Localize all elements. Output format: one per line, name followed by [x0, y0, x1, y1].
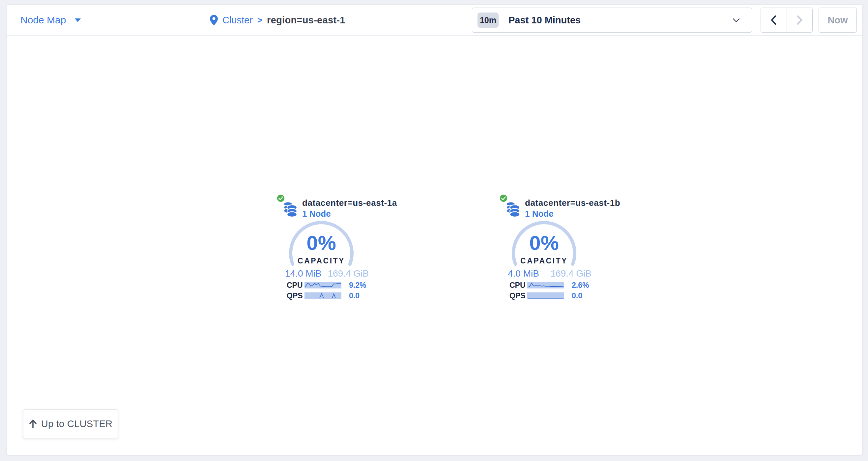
view-switcher-dropdown[interactable]: Node Map [21, 5, 81, 36]
datacenter-node-count: 1 Node [302, 209, 331, 219]
caret-down-icon [75, 19, 81, 22]
cpu-metric-row: CPU 9.2% [287, 282, 369, 289]
breadcrumb-current-region: region=us-east-1 [267, 15, 345, 26]
qps-label: QPS [509, 291, 527, 300]
qps-metric-row: QPS 0.0 [287, 292, 369, 299]
chevron-right-icon [796, 15, 803, 25]
database-stack-icon [506, 201, 520, 217]
chevron-left-icon [770, 15, 777, 25]
up-to-cluster-button[interactable]: Up to CLUSTER [23, 409, 118, 438]
cpu-value: 2.6% [572, 281, 589, 290]
capacity-percent: 0% [509, 233, 579, 253]
now-button[interactable]: Now [818, 7, 857, 33]
time-next-button[interactable] [786, 8, 813, 32]
arrow-up-icon [29, 419, 37, 428]
breadcrumb-separator: > [257, 15, 262, 25]
time-range-badge: 10m [477, 12, 499, 28]
time-prev-button[interactable] [761, 8, 786, 32]
cpu-metric-row: CPU 2.6% [509, 282, 592, 289]
cpu-sparkline [305, 282, 341, 289]
cpu-value: 9.2% [349, 281, 366, 290]
cpu-sparkline [527, 282, 564, 289]
qps-sparkline [527, 292, 564, 299]
qps-value: 0.0 [572, 291, 582, 300]
header-divider [457, 7, 457, 33]
datacenter-node-count: 1 Node [525, 209, 554, 219]
view-switcher-label: Node Map [21, 14, 66, 26]
time-step-buttons [761, 7, 813, 33]
qps-label: QPS [287, 291, 305, 300]
capacity-used: 4.0 MiB [508, 268, 539, 279]
time-range-select[interactable]: 10m Past 10 Minutes [472, 7, 752, 33]
chevron-down-icon [733, 18, 740, 23]
capacity-values: 4.0 MiB 169.4 GiB [508, 268, 591, 279]
qps-metric-row: QPS 0.0 [509, 292, 592, 299]
capacity-caption: CAPACITY [509, 257, 579, 265]
datacenter-title: datacenter=us-east-1b [525, 198, 620, 208]
breadcrumb-cluster-link[interactable]: Cluster [222, 15, 253, 26]
datacenter-title: datacenter=us-east-1a [302, 198, 397, 208]
capacity-total: 169.4 GiB [550, 268, 591, 279]
header-bar: Node Map Cluster > region=us-east-1 10m … [7, 5, 862, 36]
breadcrumb: Cluster > region=us-east-1 [210, 5, 345, 36]
map-pin-icon [210, 15, 218, 25]
cpu-label: CPU [287, 281, 305, 290]
qps-sparkline [305, 292, 341, 299]
datacenter-card-us-east-1a[interactable]: datacenter=us-east-1a 1 Node 0% CAPACITY… [277, 194, 376, 306]
capacity-values: 14.0 MiB 169.4 GiB [285, 268, 369, 279]
cpu-label: CPU [509, 281, 527, 290]
up-to-cluster-label: Up to CLUSTER [41, 419, 113, 429]
capacity-caption: CAPACITY [287, 257, 356, 265]
capacity-used: 14.0 MiB [285, 268, 322, 279]
capacity-total: 169.4 GiB [328, 268, 369, 279]
database-stack-icon [283, 201, 298, 217]
time-range-label: Past 10 Minutes [508, 15, 581, 26]
qps-value: 0.0 [349, 291, 360, 300]
capacity-percent: 0% [287, 233, 356, 253]
node-map-panel: Node Map Cluster > region=us-east-1 10m … [6, 4, 863, 455]
datacenter-card-us-east-1b[interactable]: datacenter=us-east-1b 1 Node 0% CAPACITY… [500, 194, 599, 306]
